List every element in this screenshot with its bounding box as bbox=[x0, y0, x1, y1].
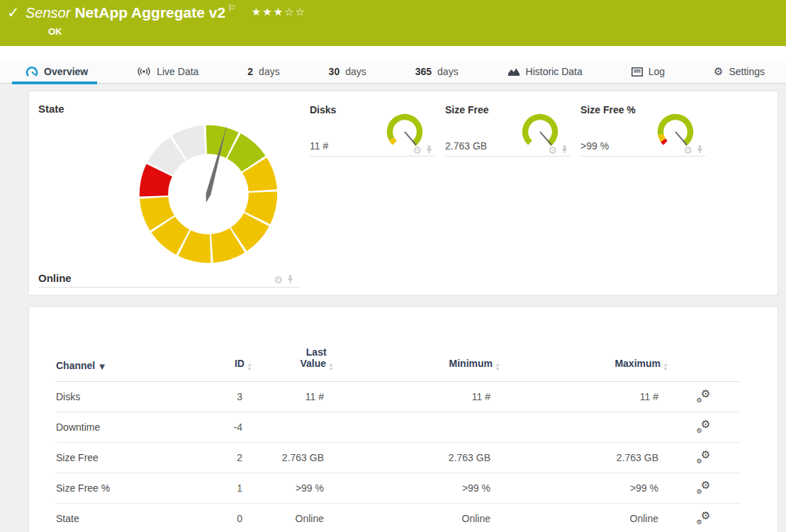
channel-minimum-cell: 11 # bbox=[332, 382, 499, 412]
pin-icon[interactable] bbox=[425, 145, 433, 154]
column-header-maximum[interactable]: Maximum▴▾ bbox=[499, 346, 667, 382]
mini-gauge-label: Size Free % bbox=[580, 104, 636, 115]
log-list-icon bbox=[631, 67, 643, 77]
channel-maximum-cell: 11 # bbox=[499, 382, 667, 412]
pin-icon[interactable] bbox=[561, 145, 568, 154]
ok-check-icon: ✓ bbox=[7, 4, 20, 21]
channel-settings-icon[interactable]: ⚙⚙ bbox=[697, 419, 711, 434]
channel-minimum-cell: >99 % bbox=[332, 473, 499, 504]
gauge-icon bbox=[26, 66, 38, 77]
gauge-settings-gear-icon[interactable]: ⚙ bbox=[274, 276, 283, 284]
priority-stars[interactable]: ★★★☆☆ bbox=[252, 6, 306, 18]
gauge-settings-gear-icon[interactable]: ⚙ bbox=[548, 146, 557, 154]
tab-log[interactable]: Log bbox=[631, 60, 665, 84]
channel-row: State 0 Online Online Online ⚙⚙ bbox=[56, 504, 740, 532]
column-header-id[interactable]: ID▴▾ bbox=[198, 346, 251, 382]
column-header-channel[interactable]: Channel▼ bbox=[56, 346, 198, 382]
mini-gauge-value: 11 # bbox=[310, 140, 328, 152]
sensor-status-text: OK bbox=[48, 26, 62, 37]
tab-30-days-number: 30 bbox=[329, 66, 340, 77]
state-gauge-footer: Online ⚙ bbox=[38, 268, 300, 288]
gauge-settings-gear-icon[interactable]: ⚙ bbox=[683, 146, 692, 154]
tab-2-days-number: 2 bbox=[247, 66, 253, 77]
channel-row: Size Free % 1 >99 % >99 % >99 % ⚙⚙ bbox=[56, 473, 740, 504]
mini-gauge-label: Size Free bbox=[445, 104, 488, 115]
tab-30-days[interactable]: 30 days bbox=[329, 60, 366, 84]
live-broadcast-icon bbox=[137, 67, 151, 77]
channel-name-cell: Size Free % bbox=[56, 473, 198, 504]
channel-minimum-cell: Online bbox=[332, 504, 499, 532]
sensor-name: NetApp Aggregate v2 bbox=[74, 4, 225, 21]
channels-card: Channel▼ ID▴▾ LastValue▴▾ Minimum▴▾ Maxi… bbox=[28, 306, 778, 532]
channel-settings-icon[interactable]: ⚙⚙ bbox=[697, 389, 711, 403]
channel-name-cell: Disks bbox=[56, 382, 198, 412]
channel-id-cell: 3 bbox=[198, 382, 251, 412]
mini-gauge-disks: Disks 11 # ⚙ bbox=[310, 100, 434, 157]
channel-minimum-cell: 2.763 GB bbox=[332, 443, 499, 473]
object-kind-label: Sensor bbox=[26, 5, 70, 21]
channels-table: Channel▼ ID▴▾ LastValue▴▾ Minimum▴▾ Maxi… bbox=[56, 346, 740, 532]
mini-gauge-value: >99 % bbox=[580, 140, 609, 152]
tab-live-data-label: Live Data bbox=[157, 66, 198, 77]
sort-icon: ▴▾ bbox=[248, 363, 251, 371]
state-gauge bbox=[137, 123, 280, 266]
tab-settings[interactable]: ⚙ Settings bbox=[714, 60, 765, 84]
sort-icon: ▴▾ bbox=[496, 363, 499, 371]
channel-settings-icon[interactable]: ⚙⚙ bbox=[697, 511, 711, 525]
pin-icon[interactable] bbox=[696, 145, 704, 154]
channel-row: Disks 3 11 # 11 # 11 # ⚙⚙ bbox=[56, 382, 740, 412]
tab-bar: Overview Live Data 2 days 30 days 365 da… bbox=[0, 60, 786, 84]
tab-settings-label: Settings bbox=[729, 66, 765, 77]
tab-365-days-unit: days bbox=[437, 66, 459, 77]
channel-row: Size Free 2 2.763 GB 2.763 GB 2.763 GB ⚙… bbox=[56, 443, 740, 473]
channel-row: Downtime -4 ⚙⚙ bbox=[56, 412, 740, 443]
tab-historic-data[interactable]: Historic Data bbox=[507, 60, 583, 84]
channel-maximum-cell: >99 % bbox=[499, 473, 667, 504]
tab-2-days-unit: days bbox=[259, 66, 280, 77]
mini-gauge-label: Disks bbox=[310, 104, 336, 115]
tab-overview-label: Overview bbox=[44, 66, 88, 77]
tab-30-days-unit: days bbox=[345, 66, 366, 77]
channel-id-cell: 0 bbox=[198, 504, 251, 532]
channel-last-value-cell: 11 # bbox=[251, 382, 332, 412]
channel-id-cell: 1 bbox=[198, 473, 251, 504]
channel-maximum-cell: 2.763 GB bbox=[499, 443, 667, 473]
channel-name-cell: Size Free bbox=[56, 443, 198, 473]
column-header-minimum[interactable]: Minimum▴▾ bbox=[332, 346, 499, 382]
tab-365-days[interactable]: 365 days bbox=[415, 60, 459, 84]
pin-icon[interactable] bbox=[286, 275, 294, 284]
mini-gauge-size-free: Size Free 2.763 GB ⚙ bbox=[445, 100, 570, 157]
column-header-settings bbox=[667, 346, 740, 382]
mini-gauge-size-free-pct: Size Free % >99 % ⚙ bbox=[580, 100, 705, 157]
tab-live-data[interactable]: Live Data bbox=[137, 60, 198, 84]
channel-maximum-cell bbox=[499, 412, 667, 443]
state-gauge-value: Online bbox=[38, 272, 72, 284]
sensor-title-line: SensorNetApp Aggregate v2⚐★★★☆☆ bbox=[26, 3, 306, 21]
area-chart-icon bbox=[507, 67, 520, 77]
tab-365-days-number: 365 bbox=[415, 66, 432, 77]
state-gauge-label: State bbox=[38, 103, 64, 115]
channel-last-value-cell: Online bbox=[251, 504, 332, 532]
channel-last-value-cell bbox=[251, 412, 332, 443]
tab-log-label: Log bbox=[649, 66, 665, 77]
channel-maximum-cell: Online bbox=[499, 504, 667, 532]
gauges-card: State Online ⚙ Disks 11 # ⚙ Size Free 2.… bbox=[28, 91, 778, 295]
channel-last-value-cell: >99 % bbox=[251, 473, 332, 504]
tab-2-days[interactable]: 2 days bbox=[247, 60, 279, 84]
priority-flag-icon[interactable]: ⚐ bbox=[228, 3, 236, 13]
column-header-last-value[interactable]: LastValue▴▾ bbox=[251, 346, 332, 382]
sort-icon: ▴▾ bbox=[664, 363, 667, 371]
gauge-settings-gear-icon[interactable]: ⚙ bbox=[412, 146, 422, 154]
sensor-status-banner: ✓ SensorNetApp Aggregate v2⚐★★★☆☆ OK bbox=[0, 0, 786, 46]
channel-id-cell: -4 bbox=[198, 412, 251, 443]
sort-icon: ▴▾ bbox=[330, 363, 332, 371]
tab-historic-data-label: Historic Data bbox=[526, 66, 583, 77]
channel-settings-icon[interactable]: ⚙⚙ bbox=[697, 450, 711, 464]
channel-id-cell: 2 bbox=[198, 443, 251, 473]
channel-minimum-cell bbox=[332, 412, 499, 443]
channel-name-cell: Downtime bbox=[56, 412, 198, 443]
channel-settings-icon[interactable]: ⚙⚙ bbox=[697, 480, 711, 494]
tab-overview[interactable]: Overview bbox=[26, 60, 88, 84]
settings-gear-icon: ⚙ bbox=[714, 65, 723, 78]
mini-gauge-value: 2.763 GB bbox=[445, 140, 487, 152]
